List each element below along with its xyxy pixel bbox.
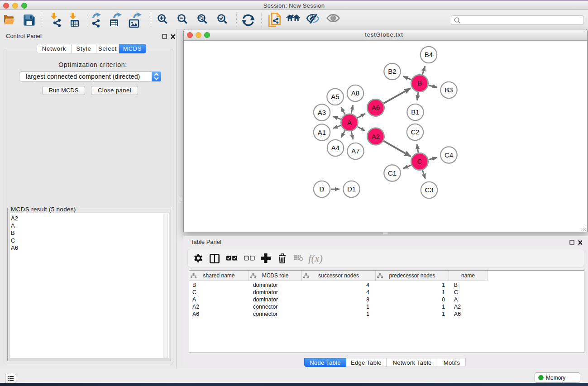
svg-text:D1: D1 (347, 185, 356, 193)
svg-text:B: B (417, 79, 422, 87)
svg-text:B3: B3 (445, 86, 453, 94)
svg-text:B4: B4 (425, 51, 433, 58)
svg-text:A5: A5 (331, 93, 339, 100)
svg-text:A4: A4 (331, 144, 339, 152)
svg-text:A1: A1 (318, 129, 326, 136)
svg-text:B1: B1 (411, 108, 419, 116)
svg-text:C: C (417, 157, 422, 165)
svg-text:C3: C3 (425, 186, 433, 194)
svg-text:A7: A7 (351, 147, 359, 155)
svg-text:A2: A2 (372, 133, 380, 140)
svg-text:Memory: Memory (546, 375, 565, 381)
svg-text:A8: A8 (351, 89, 359, 97)
svg-text:A3: A3 (318, 109, 326, 116)
svg-text:B2: B2 (388, 67, 396, 75)
svg-text:f(x): f(x) (308, 253, 323, 264)
svg-text:A: A (347, 119, 352, 126)
svg-text:C1: C1 (388, 169, 397, 177)
svg-text:C4: C4 (445, 151, 453, 159)
svg-text:C2: C2 (411, 128, 419, 136)
svg-text:A6: A6 (372, 104, 380, 111)
svg-text:D: D (320, 185, 325, 193)
